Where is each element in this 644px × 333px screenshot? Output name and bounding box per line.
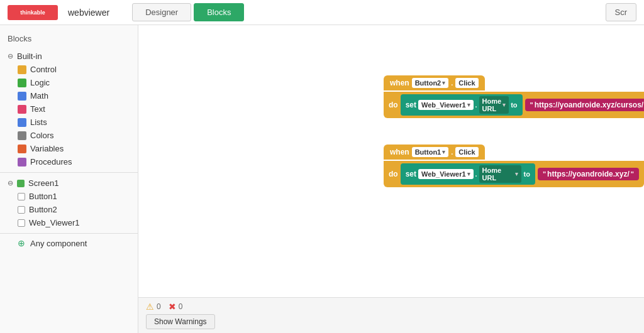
procedures-label: Procedures — [30, 157, 72, 166]
sidebar-item-button2[interactable]: Button2 — [0, 203, 138, 216]
text-label: Text — [30, 104, 45, 114]
block2-target-dropdown[interactable]: Web_Viewer1 ▾ — [418, 169, 474, 179]
block2-component-arrow: ▾ — [442, 149, 445, 155]
control-label: Control — [30, 65, 57, 74]
block1-target-text: Web_Viewer1 — [421, 101, 466, 109]
variables-label: Variables — [30, 144, 64, 153]
sidebar-item-lists[interactable]: Lists — [0, 116, 138, 129]
set-pill: set Web_Viewer1 ▾ . Home URL ▾ to — [401, 94, 523, 116]
lists-label: Lists — [30, 117, 47, 127]
math-icon — [18, 92, 26, 101]
tab-designer[interactable]: Designer — [132, 3, 191, 21]
action-row: Show Warnings — [146, 314, 636, 329]
screen-icon — [17, 180, 25, 187]
block-do-row: do set Web_Viewer1 ▾ . Home URL ▾ — [384, 92, 644, 118]
block1-value-text: https://yoandroide.xyz/cursos/ — [535, 101, 643, 109]
status-row: ⚠ 0 ✖ 0 — [146, 302, 636, 312]
when-hat: when Button2 ▾ . Click — [384, 75, 485, 90]
screen-header[interactable]: ⊖ Screen1 — [0, 177, 138, 190]
block2-when-label: when — [390, 148, 409, 156]
block1-value: " https://yoandroide.xyz/cursos/ " — [525, 99, 644, 111]
block2-set-label: set — [406, 170, 416, 178]
error-icon: ✖ — [169, 302, 176, 312]
warning-icon: ⚠ — [146, 302, 154, 312]
block1-event-text: Click — [458, 79, 475, 87]
block2-component-dropdown[interactable]: Button1 ▾ — [412, 147, 449, 157]
block2-event-text: Click — [458, 148, 475, 156]
block1-property-text: Home URL — [482, 97, 502, 112]
colors-icon — [18, 131, 26, 140]
tab-bar: Designer Blocks — [132, 3, 244, 21]
sidebar-item-variables[interactable]: Variables — [0, 142, 138, 155]
button1-label: Button1 — [29, 192, 57, 201]
sidebar-item-colors[interactable]: Colors — [0, 129, 138, 142]
sidebar-title: Blocks — [0, 30, 138, 48]
dot-separator1: . — [451, 79, 453, 87]
math-label: Math — [30, 91, 48, 101]
block1-property-arrow: ▾ — [502, 102, 506, 108]
sidebar-item-text[interactable]: Text — [0, 102, 138, 116]
show-warnings-button[interactable]: Show Warnings — [146, 314, 215, 329]
block2-when-hat: when Button1 ▾ . Click — [384, 145, 485, 160]
sidebar-item-logic[interactable]: Logic — [0, 76, 138, 89]
scr-button[interactable]: Scr — [606, 3, 637, 21]
block2-property-dropdown[interactable]: Home URL ▾ — [479, 165, 522, 183]
block1-target-arrow: ▾ — [467, 102, 470, 108]
builtin-header[interactable]: ⊖ Built-in — [0, 50, 138, 63]
block1-target-dropdown[interactable]: Web_Viewer1 ▾ — [418, 100, 474, 110]
button2-label: Button2 — [29, 205, 57, 214]
sidebar-item-control[interactable]: Control — [0, 63, 138, 76]
block2-target-arrow: ▾ — [467, 171, 470, 177]
variables-icon — [18, 145, 26, 153]
colors-label: Colors — [30, 131, 54, 140]
app-logo: thinkable — [8, 5, 58, 20]
builtin-section: ⊖ Built-in Control Logic Math Text — [0, 48, 138, 170]
text-icon — [18, 105, 26, 114]
warnings-count: 0 — [157, 302, 161, 311]
block2-value: " https://yoandroide.xyz/ " — [538, 168, 639, 180]
block1-component-text: Button2 — [415, 79, 441, 87]
when-label: when — [390, 79, 409, 87]
bottom-bar: ⚠ 0 ✖ 0 Show Warnings — [138, 297, 644, 333]
block2-value-text: https://yoandroide.xyz/ — [547, 170, 630, 178]
sidebar-item-webviewer1[interactable]: Web_Viewer1 — [0, 216, 138, 229]
sidebar-item-math[interactable]: Math — [0, 89, 138, 102]
block1-property-dropdown[interactable]: Home URL ▾ — [479, 96, 509, 114]
block-hat-row: when Button2 ▾ . Click — [384, 75, 644, 90]
procedures-icon — [18, 158, 26, 166]
any-component-label: Any component — [30, 239, 87, 248]
screen-collapse-icon: ⊖ — [8, 179, 13, 187]
dot-separator4: . — [475, 170, 477, 178]
do-label: do — [389, 101, 398, 109]
collapse-icon: ⊖ — [8, 52, 13, 60]
block2-target-text: Web_Viewer1 — [421, 170, 466, 178]
logo-text: thinkable — [20, 9, 45, 16]
block2-do-label: do — [389, 170, 398, 178]
do-block: do set Web_Viewer1 ▾ . Home URL ▾ — [384, 92, 644, 118]
block1-event-dropdown[interactable]: Click — [455, 78, 478, 88]
sidebar-item-any-component[interactable]: ⊕ Any component — [0, 236, 138, 250]
errors-count: 0 — [179, 302, 183, 311]
sidebar-item-button1[interactable]: Button1 — [0, 190, 138, 203]
blocks-canvas: when Button2 ▾ . Click do — [138, 25, 644, 333]
block-group-button2: when Button2 ▾ . Click do — [384, 75, 644, 119]
block2-set-pill: set Web_Viewer1 ▾ . Home URL ▾ to — [401, 163, 535, 185]
sidebar-item-procedures[interactable]: Procedures — [0, 155, 138, 168]
to-label1: to — [511, 101, 517, 109]
close-quote2: " — [631, 170, 634, 178]
warnings-badge: ⚠ 0 — [146, 302, 161, 312]
block2-property-text: Home URL — [482, 166, 514, 182]
block2-property-arrow: ▾ — [515, 171, 518, 177]
errors-badge: ✖ 0 — [169, 302, 183, 312]
open-quote2: " — [543, 170, 546, 178]
to-label2: to — [523, 170, 530, 178]
block1-component-dropdown[interactable]: Button2 ▾ — [412, 78, 449, 88]
set-label: set — [406, 101, 416, 109]
block2-event-dropdown[interactable]: Click — [455, 147, 478, 157]
dot-separator2: . — [475, 101, 477, 109]
plus-icon: ⊕ — [18, 238, 25, 248]
block1-component-arrow: ▾ — [442, 80, 445, 86]
tab-blocks[interactable]: Blocks — [194, 3, 244, 21]
block2-do-block: do set Web_Viewer1 ▾ . Home URL ▾ — [384, 161, 644, 187]
control-icon — [18, 65, 26, 74]
